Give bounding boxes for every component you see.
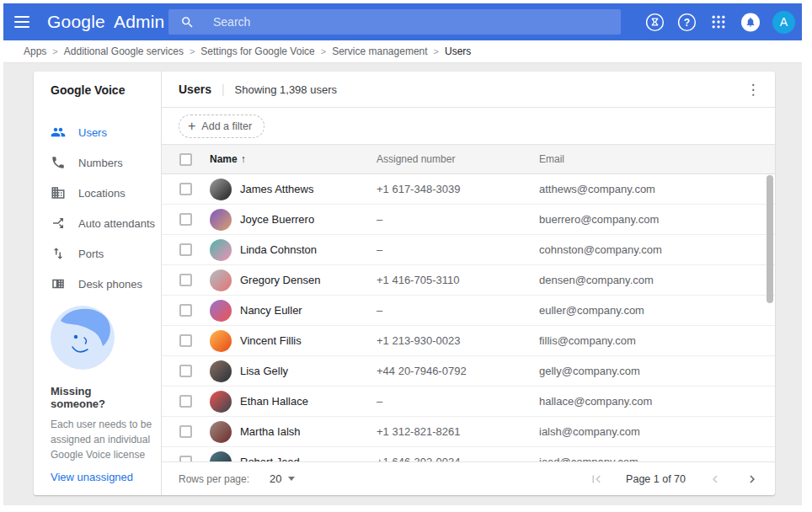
- user-avatar: [210, 391, 232, 413]
- row-checkbox[interactable]: [179, 425, 192, 438]
- user-avatar: [210, 360, 232, 382]
- breadcrumb-separator: >: [321, 46, 326, 56]
- table-row[interactable]: Martha Ialsh +1 312-821-8261 ialsh@compa…: [162, 417, 775, 447]
- column-header-email[interactable]: Email: [539, 153, 775, 165]
- sidebar-item-desk-phones[interactable]: Desk phones: [34, 269, 161, 299]
- rows-per-page-select[interactable]: 20: [270, 472, 294, 485]
- users-panel: Users | Showing 1,398 users ⋮ + Add a fi…: [162, 72, 775, 495]
- more-options-icon[interactable]: ⋮: [743, 83, 763, 97]
- users-icon: [51, 125, 66, 140]
- next-page-button[interactable]: [745, 472, 760, 487]
- row-checkbox[interactable]: [179, 334, 192, 347]
- call-split-icon: [51, 216, 66, 231]
- google-voice-card: Google Voice Users Numbers Locations Aut…: [34, 72, 775, 495]
- user-name: Nancy Euller: [240, 304, 377, 317]
- add-filter-button[interactable]: + Add a filter: [179, 115, 264, 138]
- page-indicator: Page 1 of 70: [626, 473, 686, 485]
- panel-title: Users: [179, 83, 211, 96]
- table-row[interactable]: Robert Jeed +1 646-302-0034 jeed@company…: [162, 447, 775, 461]
- plus-icon: +: [188, 119, 195, 134]
- row-checkbox[interactable]: [179, 304, 192, 317]
- user-avatar: [210, 209, 232, 231]
- sidebar-item-auto-attendants[interactable]: Auto attendants: [34, 208, 161, 238]
- row-checkbox[interactable]: [179, 365, 192, 377]
- sidebar-item-numbers[interactable]: Numbers: [34, 147, 161, 178]
- assigned-number: +44 20-7946-0792: [377, 365, 539, 377]
- filter-bar: + Add a filter: [162, 108, 775, 145]
- row-checkbox[interactable]: [179, 395, 192, 408]
- table-row[interactable]: Linda Cohnston – cohnston@company.com: [162, 235, 775, 265]
- search-bar[interactable]: [168, 9, 621, 35]
- table-row[interactable]: Gregory Densen +1 416-705-3110 densen@co…: [162, 265, 775, 296]
- account-avatar[interactable]: A: [772, 11, 795, 34]
- breadcrumb-item[interactable]: Apps: [24, 45, 46, 57]
- row-checkbox[interactable]: [179, 243, 192, 256]
- add-filter-label: Add a filter: [201, 120, 252, 132]
- user-email: cohnston@company.com: [539, 243, 775, 256]
- user-name: Gregory Densen: [240, 274, 377, 286]
- user-email: gelly@company.com: [539, 365, 775, 377]
- assigned-number: +1 646-302-0034: [377, 456, 539, 461]
- notifications-icon[interactable]: [740, 12, 761, 32]
- sidebar-item-locations[interactable]: Locations: [34, 178, 161, 208]
- user-email: buerrero@company.com: [539, 213, 775, 226]
- sidebar-nav: Users Numbers Locations Auto attendants …: [34, 117, 161, 299]
- sidebar-item-ports[interactable]: Ports: [34, 238, 161, 269]
- breadcrumb-separator: >: [52, 46, 57, 56]
- user-name: Martha Ialsh: [240, 425, 377, 438]
- breadcrumb-item[interactable]: Service management: [332, 45, 427, 57]
- user-count: Showing 1,398 users: [235, 83, 337, 96]
- row-checkbox[interactable]: [179, 213, 192, 226]
- user-name: Lisa Gelly: [240, 365, 377, 377]
- logo-admin: Admin: [114, 12, 165, 31]
- title-divider: |: [222, 83, 225, 96]
- admin-console: Google Admin ? A Apps>Additional Google …: [3, 3, 802, 505]
- assigned-number: –: [377, 213, 539, 226]
- previous-page-button[interactable]: [708, 472, 723, 487]
- user-email: ialsh@company.com: [539, 425, 775, 438]
- menu-icon[interactable]: [14, 16, 29, 28]
- user-avatar: [210, 421, 232, 443]
- help-icon[interactable]: ?: [676, 12, 697, 32]
- table-row[interactable]: Nancy Euller – euller@company.com: [162, 296, 775, 326]
- table-row[interactable]: Lisa Gelly +44 20-7946-0792 gelly@compan…: [162, 356, 775, 387]
- column-header-name[interactable]: Name↑: [210, 153, 377, 165]
- dropdown-caret-icon: [288, 477, 295, 481]
- breadcrumb-separator: >: [434, 46, 439, 56]
- table-row[interactable]: Vincent Fillis +1 213-930-0023 fillis@co…: [162, 326, 775, 356]
- breadcrumb-item[interactable]: Additional Google services: [64, 45, 184, 57]
- search-input[interactable]: [213, 15, 621, 29]
- assigned-number: –: [377, 304, 539, 317]
- pagination: Page 1 of 70: [589, 472, 760, 487]
- user-table-body: James Atthews +1 617-348-3039 atthews@co…: [162, 174, 775, 461]
- table-row[interactable]: Ethan Hallace – hallace@company.com: [162, 387, 775, 417]
- sidebar: Google Voice Users Numbers Locations Aut…: [34, 72, 162, 495]
- table-scrollbar[interactable]: [767, 175, 773, 303]
- select-all-checkbox[interactable]: [179, 153, 192, 166]
- promo-heading: Missing someone?: [51, 385, 149, 410]
- user-avatar: [210, 330, 232, 352]
- row-checkbox[interactable]: [179, 456, 192, 461]
- first-page-button[interactable]: [589, 472, 604, 487]
- row-checkbox[interactable]: [179, 274, 192, 286]
- sort-ascending-icon: ↑: [241, 153, 246, 165]
- user-avatar: [210, 179, 232, 200]
- row-checkbox[interactable]: [179, 183, 192, 195]
- table-row[interactable]: James Atthews +1 617-348-3039 atthews@co…: [162, 174, 775, 205]
- user-email: hallace@company.com: [539, 395, 775, 408]
- hourglass-icon[interactable]: [644, 12, 665, 32]
- assigned-number: –: [377, 243, 539, 256]
- user-name: Ethan Hallace: [240, 395, 377, 408]
- svg-text:?: ?: [683, 16, 689, 28]
- view-unassigned-link[interactable]: View unassigned: [51, 471, 149, 483]
- table-header: Name↑ Assigned number Email: [162, 145, 775, 174]
- apps-grid-icon[interactable]: [708, 12, 729, 32]
- table-row[interactable]: Joyce Buerrero – buerrero@company.com: [162, 205, 775, 235]
- topbar-actions: ? A: [644, 11, 795, 34]
- user-email: fillis@company.com: [539, 334, 775, 347]
- phone-icon: [51, 155, 66, 170]
- sidebar-item-users[interactable]: Users: [34, 117, 161, 147]
- breadcrumb-item[interactable]: Settings for Google Voice: [200, 45, 314, 57]
- license-promo: Missing someone? Each user needs to be a…: [34, 306, 161, 495]
- column-header-assigned-number[interactable]: Assigned number: [377, 153, 539, 165]
